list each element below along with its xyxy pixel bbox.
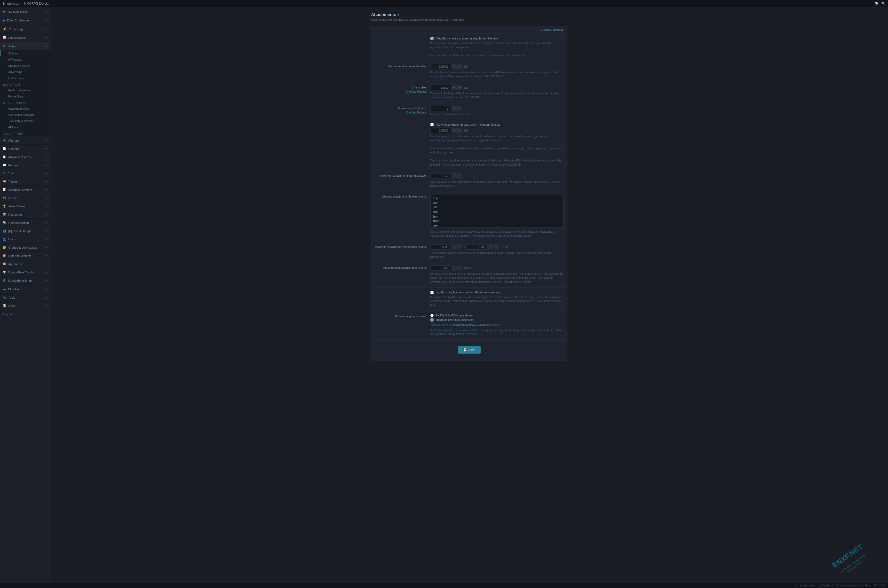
sidebar-subitem-pwa[interactable]: PWA setup [0,57,50,63]
image-width-input[interactable] [430,244,451,250]
simultaneous-uploads-up[interactable]: + [452,106,457,111]
max-attachments-down[interactable]: − [457,173,462,178]
gd-label[interactable]: PHP built-in GD image library [436,314,473,317]
chunk-size-chunked-link[interactable]: Chunked Uploads [375,90,427,94]
max-attachment-size-down[interactable]: − [457,64,462,69]
sidebar-item-daily-challenges[interactable]: ◈Daily Challenges ▾ [0,16,50,24]
sidebar-item-chat[interactable]: 🗨Chat ▾ [0,170,50,177]
page-subtitle: Attachments are files that are uploaded … [371,18,567,21]
sidebar-item-appearance[interactable]: 🎨Appearance ▾ [0,260,50,268]
max-attachments-up[interactable]: + [452,173,457,178]
sidebar-item-cloudflare[interactable]: ☁Cloudflare ▾ [0,285,50,293]
simultaneous-uploads-chunked-link[interactable]: Chunked Uploads [375,111,427,114]
sidebar-subitem-enhanced-search[interactable]: Enhanced search [0,63,50,69]
allowed-extensions-textarea[interactable]: zip txt pdf png jpg jpeg gpe gif 7z lua … [430,194,563,228]
sidebar-item-ranking-system[interactable]: ★Ranking System ▾ [0,7,50,16]
sidebar-section-addons: 🔌Add-ons ▾ [0,136,50,145]
sidebar-item-content[interactable]: 📄Content ▾ [0,145,50,153]
sidebar-subitem-optimization[interactable]: Optimization [0,75,50,81]
max-attachment-size-unit: KB [464,65,468,68]
sidebar-item-forums[interactable]: 💬Forums ▾ [0,161,50,169]
allow-video-audio-label[interactable]: Allow video/audio uploads with maximum f… [436,123,501,126]
search-icon[interactable]: 🔍 [881,2,885,5]
chunk-size-down[interactable]: − [457,85,462,90]
sidebar-section-cloudflare: ☁Cloudflare ▾ [0,285,50,294]
sidebar-item-logs[interactable]: 📜Logs ▾ [0,302,50,310]
sidebar-item-addons[interactable]: 🔌Add-ons ▾ [0,136,50,144]
topbar: Emudino.gg — MMORPG Devel... 📡 🔍 [0,0,888,7]
virtually-increase-label[interactable]: Virtually increase maximum attachment fi… [436,37,498,40]
row-virtually-increase-label [375,37,427,37]
video-audio-size-down[interactable]: − [457,128,462,133]
virtually-increase-checkbox[interactable] [430,37,433,40]
imagick-label[interactable]: ImageMagick PECL extension [436,318,474,321]
thumbnail-size-down[interactable]: − [457,266,462,270]
sidebar-item-curseforge[interactable]: ⚡CurseForge ▾ [0,25,50,33]
title-arrow[interactable]: ▾ [397,13,399,16]
sidebar-item-social-groups[interactable]: 👥[B] Social Groups ▾ [0,227,50,235]
thumbnail-size-up[interactable]: + [452,266,457,270]
label-simultaneous-uploads: Simultaneous Uploads: Chunked Uploads [375,106,427,114]
sidebar-item-tools[interactable]: 🔧Tools ▾ [0,294,50,302]
sidebar-section-chat: 🗨Chat ▾ [0,170,50,177]
simultaneous-uploads-input[interactable] [430,106,451,111]
sidebar-item-resources[interactable]: 📦Resources ▾ [0,210,50,218]
save-button[interactable]: 💾 Save [458,346,480,354]
sidebar-item-advanced-forms[interactable]: 📋Advanced Forms ▾ [0,153,50,161]
save-row: 💾 Save [372,340,567,360]
imagick-radio[interactable] [430,318,433,322]
sidebar-section-dragonbyte-shop: 🛒DragonByte Shop ▾ [0,276,50,285]
sidebar-item-dragonbyte-shop[interactable]: 🛒DragonByte Shop ▾ [0,276,50,285]
sidebar-subitem-options[interactable]: Options [0,50,50,57]
sidebar-item-award-system[interactable]: 🏆Award System ▾ [0,202,50,210]
image-width-up[interactable]: + [452,244,457,249]
chunk-size-input[interactable] [430,85,451,90]
sidebar-subitem-public-navigation[interactable]: Public navigation [0,87,50,93]
image-width-down[interactable]: − [457,244,462,249]
max-attachment-size-up[interactable]: + [452,64,457,69]
sidebar-item-communication[interactable]: 📡Communication ▾ [0,219,50,227]
gd-radio[interactable] [430,314,433,317]
sidebar-item-ads-manager[interactable]: 📊Ads Manager ▾ [0,33,50,42]
sidebar-item-tickets[interactable]: 🎫Tickets ▾ [0,177,50,185]
sidebar-subitem-payment-profiles[interactable]: Payment profiles [0,105,50,112]
sidebar-item-setup[interactable]: ⚙Setup ▴ [0,42,50,50]
sidebar-subitem-api-keys[interactable]: API keys [0,124,50,130]
row-allow-video-audio: Allow video/audio uploads with maximum f… [372,120,567,170]
video-audio-size-up[interactable]: + [452,128,457,133]
image-height-up[interactable]: + [488,244,493,249]
sidebar-item-feedback-system[interactable]: 📝Feedback System ▾ [0,186,50,194]
image-processor-desc: XenForo can make use of various differen… [430,328,563,336]
max-attachment-size-input[interactable] [430,64,451,69]
sidebar-item-discord[interactable]: 🎮Discord ▾ [0,194,50,202]
imagick-link[interactable]: ImageMagick PECL extension [453,323,489,326]
allow-video-audio-checkbox[interactable] [430,123,433,126]
sidebar-item-groups-permissions[interactable]: 🔐Groups & permissions ▾ [0,243,50,252]
lightbox-checkbox[interactable] [430,291,433,294]
row-max-image-dimensions: Maximum attachment image dimensions: + −… [372,242,567,262]
sidebar-section-logs: 📜Logs ▾ [0,302,50,310]
logout-link[interactable]: Log out [0,310,50,318]
sidebar-subsec-service-providers: Service providers [0,99,50,105]
sidebar-item-dragonbyte-credits[interactable]: 💎DragonByte Credits ▾ [0,268,50,276]
sidebar-subsec-qa-captcha: Q&A CAPTCHA [0,130,50,136]
max-attachments-input[interactable] [430,173,451,178]
broadcast-icon[interactable]: 📡 [874,2,879,5]
sidebar-subitem-route-filters[interactable]: Route filters [0,93,50,99]
row-image-processor: Default image processor: PHP built-in GD… [372,311,567,340]
simultaneous-uploads-down[interactable]: − [457,106,462,111]
sidebar-subitem-two-step-verification[interactable]: Two-step verification [0,118,50,124]
image-height-input[interactable] [467,244,488,250]
sidebar-item-users[interactable]: 👤Users ▾ [0,235,50,243]
sidebar-item-referral-contests[interactable]: 🎯Referral Contests ▾ [0,252,50,260]
image-height-down[interactable]: − [494,244,499,249]
chunked-uploads-toggle[interactable]: Chunked Uploads [541,28,563,31]
chunk-size-up[interactable]: + [452,85,457,90]
lightbox-label[interactable]: Lightbox displays all attached thumbnail… [436,291,501,294]
sidebar-subitem-advertising[interactable]: Advertising [0,69,50,75]
sidebar-subitem-connected-accounts[interactable]: Connected accounts [0,112,50,118]
video-audio-size-input[interactable] [430,128,451,133]
dimension-x-separator: x [464,246,465,249]
sidebar-section-users: 👤Users ▾ [0,235,50,243]
thumbnail-size-input[interactable] [430,266,451,270]
